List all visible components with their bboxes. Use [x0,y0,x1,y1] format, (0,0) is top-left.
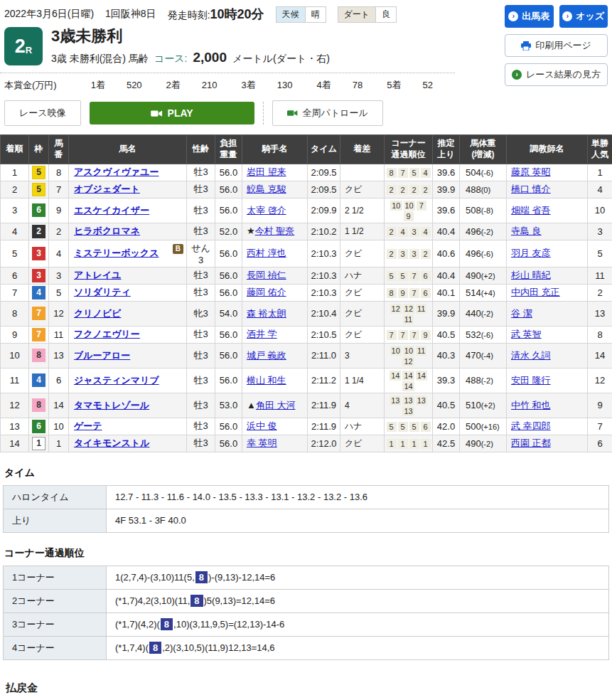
corner-chip: 6 [421,422,431,432]
corner-chip: 5 [398,422,408,432]
jockey-link[interactable]: 横山 和生 [247,375,286,386]
jockey-link[interactable]: 西村 淳也 [247,248,286,258]
finish-position: 11 [1,368,29,393]
horse-name-link[interactable]: アトレイユ [74,270,122,280]
jockey-link[interactable]: 幸 英明 [247,438,277,448]
result-row: 12814タマモトレゾール牡353.0▲角田 大河2:11.9413131313… [1,393,612,418]
horse-name-cell: ブルーアロー [69,343,187,368]
body-weight-diff: (-6) [481,250,493,258]
trainer-cell: 畑端 省吾 [507,198,588,223]
odds-button[interactable]: › オッズ [559,5,608,28]
trainer-link[interactable]: 橋口 慎介 [511,184,551,194]
entries-button[interactable]: › 出馬表 [505,5,554,28]
trainer-cell: 武 幸四郎 [507,418,588,435]
sex-age: 牡3 [187,198,215,223]
trainer-link[interactable]: 安田 隆行 [511,375,551,386]
corner-chip: 3 [409,249,419,259]
trainer-link[interactable]: 谷 潔 [511,308,532,319]
trainer-link[interactable]: 中内田 充正 [511,287,560,297]
horse-name-link[interactable]: ジャスティンマリブ [74,375,159,386]
corner-table-body: 1コーナー1(2,7,4)-(3,10)11(5,8)-(9,13)-12,14… [4,566,609,659]
corner-chip: 2 [409,185,419,195]
trainer-link[interactable]: 藤原 英昭 [511,166,551,177]
body-weight-diff: (-2) [481,440,493,448]
corner-chip: 7 [409,330,419,340]
jockey-link[interactable]: 長岡 禎仁 [247,270,286,280]
body-weight: 490(-2) [460,435,507,452]
track-value: 良 [375,6,397,23]
play-button[interactable]: PLAY [90,102,254,124]
finish-time: 2:10.3 [308,267,340,284]
finish-time: 2:09.5 [308,164,340,181]
corner-chip: 10 [390,346,402,356]
jockey-link[interactable]: 鮫島 克駿 [247,184,286,194]
entries-button-label: 出馬表 [522,10,549,23]
print-page-button[interactable]: 印刷用ページ [505,34,608,57]
time-row: 上り4F 53.1 - 3F 40.0 [4,509,609,532]
trainer-link[interactable]: 羽月 友彦 [511,248,551,258]
last-3f: 40.4 [433,267,460,284]
patrol-video-button[interactable]: 全周パトロール [272,100,383,126]
jockey-link[interactable]: 太宰 啓介 [247,205,286,216]
horse-name-link[interactable]: エスケイカイザー [74,205,149,216]
jockey-link[interactable]: 岩田 望来 [247,166,286,177]
race-title: 3歳未勝利 [51,27,330,46]
trainer-link[interactable]: 寺島 良 [511,226,542,236]
frame-number: 2 [32,225,45,238]
race-video-label: レース映像 [19,107,66,120]
horse-name-link[interactable]: フクノエヴリー [74,329,140,339]
horse-name-link[interactable]: アスクヴィヴァユー [74,166,159,177]
jockey-cell: 岩田 望来 [242,164,308,181]
horse-number: 14 [49,393,69,418]
trainer-link[interactable]: 西園 正都 [511,438,551,448]
win-popularity: 9 [588,393,612,418]
trainer-link[interactable]: 武 英智 [511,329,542,339]
corner-passing-cell: 7779 [385,326,433,343]
horse-name-link[interactable]: オブジェダート [74,184,140,194]
frame-cell: 6 [29,198,49,223]
horse-name-link[interactable]: クリノビビ [74,308,122,319]
race-number-box: 2R [4,27,43,65]
jockey-link[interactable]: 角田 大河 [256,400,296,410]
race-date: 2022年3月6日(日曜) [4,8,94,21]
frame-cell: 7 [29,301,49,326]
trainer-link[interactable]: 清水 久詞 [511,350,551,361]
jockey-link[interactable]: 藤岡 佑介 [247,287,286,297]
trainer-link[interactable]: 中竹 和也 [511,400,551,410]
horse-name-link[interactable]: ヒラボクロマネ [74,226,140,236]
jockey-link[interactable]: 酒井 学 [247,329,277,339]
trainer-link[interactable]: 畑端 省吾 [511,205,551,216]
prize-value: 52 [422,80,432,90]
column-header: 騎手名 [242,135,308,164]
corner-chip: 4 [421,227,431,237]
result-row: 633アトレイユ牡356.0長岡 禎仁2:10.3ハナ557640.4490(+… [1,267,612,284]
horse-name-link[interactable]: ブルーアロー [74,350,130,361]
horse-name-link[interactable]: ソリダリティ [74,287,131,297]
corner-chip: 9 [421,330,431,340]
horse-name-link[interactable]: ミステリーボックス [74,248,159,258]
column-header: 性齢 [187,135,215,164]
body-weight: 504(-6) [460,164,507,181]
time-row: ハロンタイム12.7 - 11.3 - 11.6 - 14.0 - 13.5 -… [4,485,609,509]
sex-age: せん3 [187,240,215,267]
jockey-link[interactable]: 浜中 俊 [247,420,277,431]
prize-rank: 4着 [316,79,331,92]
race-video-button[interactable]: レース映像 [4,100,81,126]
horse-name-link[interactable]: ゲーテ [74,420,102,431]
body-weight: 488(-2) [460,368,507,393]
result-guide-button[interactable]: › レース結果の見方 [505,63,608,86]
horse-name-cell: フクノエヴリー [69,326,187,343]
horse-name-link[interactable]: タマモトレゾール [74,400,149,410]
corner-row-value: (*1,7)4,2(3,10)(11,8)5(9,13)=12,14=6 [107,589,609,612]
jockey-link[interactable]: 今村 聖奈 [255,226,295,236]
jockey-link[interactable]: 森 裕太朗 [247,308,286,319]
trainer-link[interactable]: 杉山 晴紀 [511,270,551,280]
horse-name-cell: ミステリーボックスB [69,240,187,267]
jockey-link[interactable]: 城戸 義政 [247,350,286,361]
body-weight: 510(+2) [460,393,507,418]
horse-name-link[interactable]: タイキモンストル [74,438,149,448]
corner-passing-cell: 10101112 [385,343,433,368]
horse-name-cell: エスケイカイザー [69,198,187,223]
corner-chip: 13 [402,396,414,405]
trainer-link[interactable]: 武 幸四郎 [511,420,551,431]
